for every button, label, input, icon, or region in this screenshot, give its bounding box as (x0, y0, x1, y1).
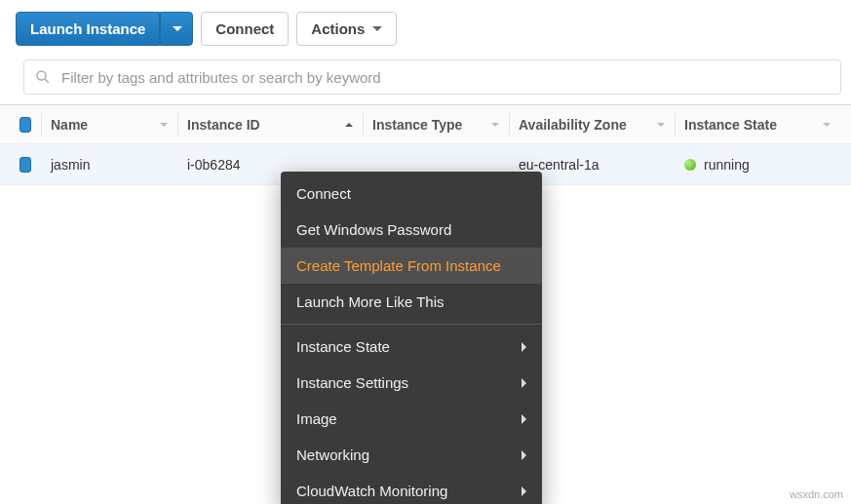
menu-separator (281, 324, 542, 325)
search-icon (34, 68, 52, 86)
column-label: Instance ID (187, 117, 260, 133)
caret-down-icon (173, 26, 182, 31)
checkbox-icon (19, 157, 31, 173)
row-state-cell: running (675, 144, 840, 184)
row-az: eu-central-1a (519, 157, 600, 173)
column-header-availability-zone[interactable]: Availability Zone (509, 105, 675, 143)
menu-label: Create Template From Instance (296, 257, 501, 274)
menu-item-create-template-from-instance[interactable]: Create Template From Instance (281, 248, 542, 284)
sort-asc-icon (345, 123, 353, 127)
sort-icon (823, 123, 831, 127)
row-select-cell[interactable] (0, 144, 41, 184)
chevron-right-icon (522, 342, 526, 352)
column-header-name[interactable]: Name (41, 105, 177, 143)
column-label: Instance Type (372, 117, 462, 133)
watermark: wsxdn.com (790, 488, 843, 500)
checkbox-icon (19, 117, 31, 133)
menu-item-get-windows-password[interactable]: Get Windows Password (281, 212, 542, 248)
column-header-instance-state[interactable]: Instance State (675, 105, 840, 143)
launch-instance-button[interactable]: Launch Instance (16, 12, 160, 46)
caret-down-icon (372, 26, 382, 31)
menu-label: Connect (296, 185, 351, 202)
menu-label: Instance State (296, 338, 390, 355)
row-name-cell: jasmin (41, 144, 177, 184)
menu-item-networking[interactable]: Networking (281, 437, 542, 473)
toolbar: Launch Instance Connect Actions (0, 0, 851, 56)
menu-item-connect[interactable]: Connect (281, 175, 542, 212)
menu-label: Launch More Like This (296, 293, 444, 310)
status-running-icon (684, 159, 696, 171)
menu-item-instance-settings[interactable]: Instance Settings (281, 365, 542, 401)
row-name: jasmin (51, 157, 90, 173)
row-instance-id: i-0b6284 (187, 157, 241, 173)
menu-label: Instance Settings (296, 374, 408, 391)
column-header-instance-id[interactable]: Instance ID (177, 105, 363, 143)
chevron-right-icon (522, 450, 526, 460)
menu-label: CloudWatch Monitoring (296, 483, 447, 499)
row-state: running (704, 157, 750, 173)
menu-label: Networking (296, 446, 369, 463)
chevron-right-icon (522, 486, 526, 496)
menu-label: Get Windows Password (296, 221, 451, 238)
context-menu: Connect Get Windows Password Create Temp… (281, 172, 542, 504)
connect-button[interactable]: Connect (201, 12, 289, 46)
table-header-row: Name Instance ID Instance Type Availabil… (0, 105, 851, 144)
search-bar[interactable] (23, 59, 841, 95)
chevron-right-icon (522, 414, 526, 424)
launch-instance-dropdown-button[interactable] (160, 12, 193, 46)
menu-label: Image (296, 410, 337, 427)
column-header-instance-type[interactable]: Instance Type (363, 105, 509, 143)
column-label: Instance State (684, 117, 777, 133)
chevron-right-icon (522, 378, 526, 388)
menu-item-launch-more-like-this[interactable]: Launch More Like This (281, 284, 542, 320)
select-all-cell[interactable] (0, 105, 41, 143)
sort-icon (160, 123, 168, 127)
menu-item-instance-state[interactable]: Instance State (281, 329, 542, 365)
menu-item-cloudwatch-monitoring[interactable]: CloudWatch Monitoring (281, 473, 542, 504)
search-input[interactable] (61, 69, 831, 86)
menu-item-image[interactable]: Image (281, 401, 542, 437)
column-label: Name (51, 117, 88, 133)
actions-button[interactable]: Actions (296, 12, 397, 46)
sort-icon (491, 123, 499, 127)
svg-point-0 (37, 71, 46, 80)
sort-icon (657, 123, 665, 127)
actions-label: Actions (311, 21, 365, 36)
svg-line-1 (45, 79, 49, 83)
launch-instance-label: Launch Instance (30, 21, 145, 36)
connect-label: Connect (215, 21, 274, 36)
column-label: Availability Zone (519, 117, 627, 133)
launch-instance-group: Launch Instance (16, 12, 193, 46)
